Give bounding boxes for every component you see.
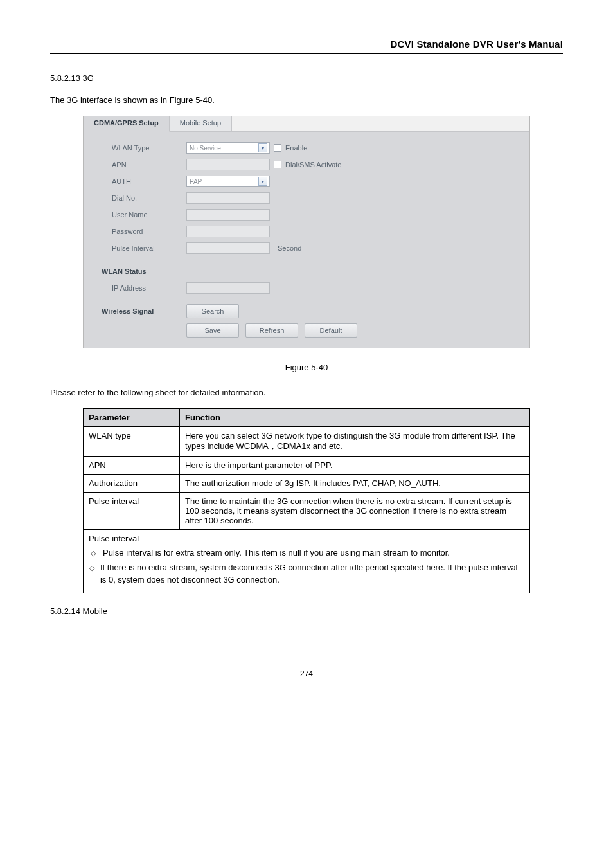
table-merged-cell: Pulse interval ◇ Pulse interval is for e… — [84, 530, 530, 593]
label-auth: AUTH — [84, 177, 186, 185]
label-wlan-status: WLAN Status — [84, 267, 186, 275]
default-button[interactable]: Default — [305, 323, 357, 338]
tab-filler — [232, 116, 529, 132]
parameter-table: Parameter Function WLAN type Here you ca… — [83, 408, 530, 593]
page-title: DCVI Standalone DVR User's Manual — [390, 39, 563, 50]
diamond-icon: ◇ — [89, 562, 95, 586]
table-cell: Pulse interval — [84, 493, 180, 530]
figure-caption: Figure 5-40 — [50, 363, 563, 372]
table-cell: Here is the important parameter of PPP. — [180, 457, 530, 475]
page-number: 274 — [50, 669, 563, 678]
table-cell: WLAN type — [84, 427, 180, 457]
search-button[interactable]: Search — [186, 304, 239, 318]
tab-bar: CDMA/GPRS Setup Mobile Setup — [84, 116, 529, 132]
section-number: 5.8.2.13 3G — [50, 72, 563, 85]
dial-sms-label: Dial/SMS Activate — [285, 161, 341, 168]
table-row: Pulse interval ◇ Pulse interval is for e… — [84, 530, 530, 593]
auth-select[interactable]: PAP ▾ — [186, 176, 270, 187]
table-header-row: Parameter Function — [84, 409, 530, 427]
enable-label: Enable — [285, 144, 307, 152]
intro-line: The 3G interface is shown as in Figure 5… — [50, 94, 563, 107]
enable-checkbox[interactable] — [274, 144, 281, 152]
table-intro: Please refer to the following sheet for … — [50, 386, 563, 399]
chevron-down-icon: ▾ — [258, 143, 267, 152]
table-header-function: Function — [180, 409, 530, 427]
label-wireless-signal: Wireless Signal — [84, 307, 186, 315]
table-row: Authorization The authorization mode of … — [84, 475, 530, 493]
wlan-type-value: No Service — [190, 145, 221, 152]
chevron-down-icon: ▾ — [258, 177, 267, 186]
list-item: If there is no extra stream, system disc… — [100, 562, 524, 586]
password-input[interactable] — [186, 226, 270, 237]
diamond-icon: ◇ — [89, 547, 98, 559]
dial-sms-checkbox[interactable] — [274, 161, 281, 168]
table-row: APN Here is the important parameter of P… — [84, 457, 530, 475]
table-row: Pulse interval The time to maintain the … — [84, 493, 530, 530]
table-cell: The time to maintain the 3G connection w… — [180, 493, 530, 530]
auth-value: PAP — [190, 178, 202, 185]
table-header-parameter: Parameter — [84, 409, 180, 427]
merged-intro: Pulse interval — [89, 534, 139, 543]
label-apn: APN — [84, 161, 186, 168]
label-user-name: User Name — [84, 211, 186, 219]
intro-figure-ref: Figure 5-40 — [170, 95, 212, 105]
label-password: Password — [84, 228, 186, 235]
screenshot-figure: CDMA/GPRS Setup Mobile Setup WLAN Type N… — [83, 116, 530, 348]
dial-no-input[interactable] — [186, 192, 270, 204]
table-cell: APN — [84, 457, 180, 475]
next-section-number: 5.8.2.14 Mobile — [50, 605, 563, 618]
table-cell: Authorization — [84, 475, 180, 493]
label-dial-no: Dial No. — [84, 194, 186, 202]
list-item: Pulse interval is for extra stream only.… — [103, 547, 450, 559]
ip-address-field — [186, 282, 270, 294]
label-wlan-type: WLAN Type — [84, 144, 186, 152]
label-ip-address: IP Address — [84, 284, 186, 292]
tab-mobile-setup[interactable]: Mobile Setup — [170, 116, 232, 132]
wlan-type-select[interactable]: No Service ▾ — [186, 142, 270, 154]
header-rule — [50, 53, 563, 54]
pulse-interval-unit: Second — [278, 244, 301, 252]
label-pulse-interval: Pulse Interval — [84, 244, 186, 252]
table-cell: Here you can select 3G network type to d… — [180, 427, 530, 457]
table-row: WLAN type Here you can select 3G network… — [84, 427, 530, 457]
user-name-input[interactable] — [186, 209, 270, 221]
apn-input[interactable] — [186, 159, 270, 170]
intro-text-c: . — [212, 95, 215, 105]
table-cell: The authorization mode of 3g ISP. It inc… — [180, 475, 530, 493]
save-button[interactable]: Save — [186, 323, 239, 338]
pulse-interval-input[interactable] — [186, 242, 270, 254]
intro-text-a: The 3G interface is shown as in — [50, 95, 170, 105]
tab-cdma-gprs[interactable]: CDMA/GPRS Setup — [84, 116, 170, 132]
refresh-button[interactable]: Refresh — [245, 323, 298, 338]
